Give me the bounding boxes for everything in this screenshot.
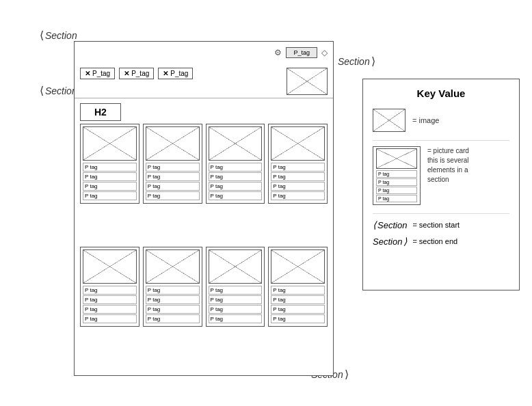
picture-card-6: P tag P tag P tag P tag xyxy=(143,247,202,327)
legend-card-box: P tag P tag P tag P tag xyxy=(373,146,421,205)
legend-card-ptag-4: P tag xyxy=(376,195,417,202)
card-image-4 xyxy=(271,126,325,161)
card-ptag-1-2: P tag xyxy=(83,172,137,181)
card-grid-row2: P tag P tag P tag P tag P tag P tag P ta… xyxy=(80,247,328,327)
legend-divider-1 xyxy=(373,140,509,141)
nav-bar: ⚙ P_tag ◇ xyxy=(274,47,328,58)
card-ptag-7-3: P tag xyxy=(209,305,263,314)
card-ptag-3-2: P tag xyxy=(209,172,263,181)
picture-card-7: P tag P tag P tag P tag xyxy=(206,247,265,327)
card-ptag-5-1: P tag xyxy=(83,286,137,295)
card-ptag-5-4: P tag xyxy=(83,314,137,323)
section-text-left-mid: Section xyxy=(45,85,77,96)
legend-card-ptag-1: P tag xyxy=(376,170,417,178)
legend-card-label: = picture cardthis is severalelements in… xyxy=(427,146,469,185)
card-ptag-7-2: P tag xyxy=(209,295,263,304)
card-ptag-2-1: P tag xyxy=(146,163,200,172)
card-ptag-2-3: P tag xyxy=(146,182,200,191)
picture-card-1: P tag P tag P tag P tag xyxy=(80,124,139,204)
card-ptag-1-1: P tag xyxy=(83,163,137,172)
card-ptag-5-2: P tag xyxy=(83,295,137,304)
legend-card-ptag-2: P tag xyxy=(376,178,417,186)
legend-image-box xyxy=(373,109,405,132)
picture-card-3: P tag P tag P tag P tag xyxy=(206,124,265,204)
picture-card-2: P tag P tag P tag P tag xyxy=(143,124,202,204)
legend-section-start-desc: = section start xyxy=(412,221,460,229)
chevron-left-legend-icon: ⟨ xyxy=(373,219,376,230)
card-ptag-1-3: P tag xyxy=(83,182,137,191)
card-ptag-8-2: P tag xyxy=(271,295,325,304)
card-ptag-2-4: P tag xyxy=(146,191,200,200)
h2-label: H2 xyxy=(94,107,107,118)
legend-section-start-row: ⟨ Section = section start xyxy=(373,219,509,230)
card-image-6 xyxy=(146,249,200,284)
section-label-right-top: Section ⟩ xyxy=(338,55,375,68)
h2-block: H2 xyxy=(80,103,121,121)
diamond-icon: ◇ xyxy=(321,48,328,57)
chevron-left-icon: ⟨ xyxy=(40,29,44,42)
p-tag-2: ✕ P_tag xyxy=(119,68,154,79)
main-wireframe-panel: ⚙ P_tag ◇ ✕ P_tag ✕ P_tag ✕ P_tag H2 P t… xyxy=(74,41,334,376)
gear-icon: ⚙ xyxy=(274,48,282,57)
p-tag-1: ✕ P_tag xyxy=(80,68,115,79)
card-image-1 xyxy=(83,126,137,161)
card-ptag-6-3: P tag xyxy=(146,305,200,314)
card-grid-row1: P tag P tag P tag P tag P tag P tag P ta… xyxy=(80,124,328,204)
legend-image-row: = image xyxy=(373,109,509,132)
card-ptag-3-4: P tag xyxy=(209,191,263,200)
card-ptag-3-3: P tag xyxy=(209,182,263,191)
legend-panel: Key Value = image P tag P tag P tag P ta… xyxy=(362,79,520,290)
legend-image-label: = image xyxy=(412,116,439,124)
section-label-left-mid: ⟨ Section xyxy=(40,84,77,97)
chevron-right-icon-bottom: ⟩ xyxy=(345,368,349,381)
legend-title: Key Value xyxy=(373,87,509,99)
card-ptag-2-2: P tag xyxy=(146,172,200,181)
card-ptag-1-4: P tag xyxy=(83,191,137,200)
legend-section-start-text: Section xyxy=(377,220,407,230)
legend-card-ptag-3: P tag xyxy=(376,187,417,194)
section-text-right-top: Section xyxy=(338,56,370,67)
card-image-3 xyxy=(209,126,263,161)
legend-card-row: P tag P tag P tag P tag = picture cardth… xyxy=(373,146,509,205)
card-ptag-8-1: P tag xyxy=(271,286,325,295)
card-ptag-4-1: P tag xyxy=(271,163,325,172)
legend-card-image xyxy=(376,148,417,169)
card-image-8 xyxy=(271,249,325,284)
card-image-2 xyxy=(146,126,200,161)
card-ptag-6-4: P tag xyxy=(146,314,200,323)
header-image xyxy=(287,68,328,95)
legend-section-end-label: Section ⟩ xyxy=(373,236,407,247)
card-image-7 xyxy=(209,249,263,284)
card-ptag-4-2: P tag xyxy=(271,172,325,181)
section-text-top-left: Section xyxy=(45,30,77,41)
card-image-5 xyxy=(83,249,137,284)
section-label-top-left: ⟨ Section xyxy=(40,29,77,42)
p-tag-row: ✕ P_tag ✕ P_tag ✕ P_tag xyxy=(80,68,193,79)
nav-tag: P_tag xyxy=(286,47,317,58)
chevron-left-icon-mid: ⟨ xyxy=(40,84,44,97)
picture-card-5: P tag P tag P tag P tag xyxy=(80,247,139,327)
card-ptag-4-4: P tag xyxy=(271,191,325,200)
chevron-right-icon: ⟩ xyxy=(371,55,375,68)
card-ptag-6-2: P tag xyxy=(146,295,200,304)
card-ptag-7-1: P tag xyxy=(209,286,263,295)
card-ptag-7-4: P tag xyxy=(209,314,263,323)
picture-card-4: P tag P tag P tag P tag xyxy=(268,124,328,204)
legend-section-start-label: ⟨ Section xyxy=(373,219,407,230)
legend-divider-2 xyxy=(373,213,509,214)
card-ptag-3-1: P tag xyxy=(209,163,263,172)
header-image-box xyxy=(287,68,328,95)
card-ptag-8-3: P tag xyxy=(271,305,325,314)
picture-card-8: P tag P tag P tag P tag xyxy=(268,247,328,327)
chevron-right-legend-icon: ⟩ xyxy=(403,236,407,247)
card-ptag-5-3: P tag xyxy=(83,305,137,314)
legend-section-end-desc: = section end xyxy=(412,237,457,245)
legend-section-end-text: Section xyxy=(373,236,402,247)
card-ptag-4-3: P tag xyxy=(271,182,325,191)
header-divider xyxy=(75,98,333,98)
legend-section-end-row: Section ⟩ = section end xyxy=(373,236,509,247)
card-ptag-6-1: P tag xyxy=(146,286,200,295)
p-tag-3: ✕ P_tag xyxy=(158,68,193,79)
card-ptag-8-4: P tag xyxy=(271,314,325,323)
